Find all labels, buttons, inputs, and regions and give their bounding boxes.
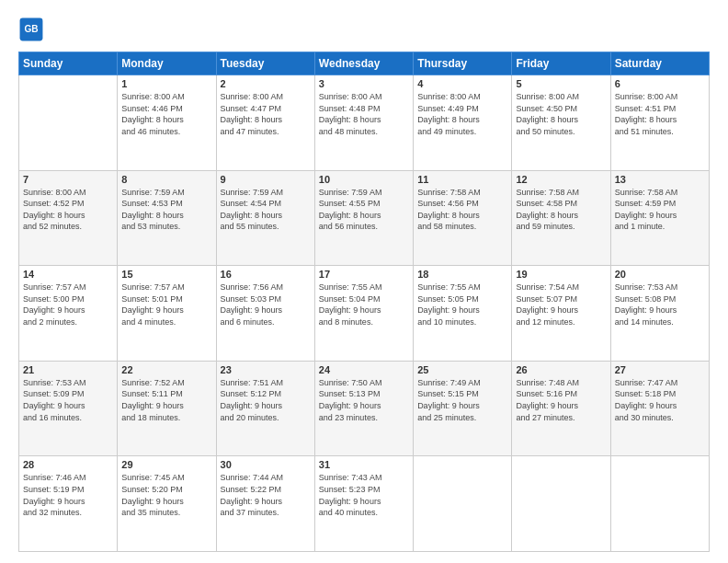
day-number: 27 — [615, 364, 705, 375]
day-number: 21 — [23, 364, 113, 375]
day-number: 25 — [417, 364, 507, 375]
day-info: Sunrise: 7:44 AM Sunset: 5:22 PM Dayligh… — [221, 472, 311, 518]
day-number: 12 — [516, 174, 606, 185]
day-number: 22 — [121, 364, 211, 375]
day-number: 30 — [221, 459, 311, 470]
day-info: Sunrise: 8:00 AM Sunset: 4:46 PM Dayligh… — [121, 91, 211, 137]
day-number: 24 — [319, 364, 409, 375]
day-info: Sunrise: 7:50 AM Sunset: 5:13 PM Dayligh… — [319, 377, 409, 423]
day-number: 13 — [615, 174, 705, 185]
calendar-cell — [19, 75, 118, 171]
calendar-header-tuesday: Tuesday — [216, 52, 314, 75]
calendar-cell: 18Sunrise: 7:55 AM Sunset: 5:05 PM Dayli… — [414, 266, 512, 362]
calendar-week-2: 7Sunrise: 8:00 AM Sunset: 4:52 PM Daylig… — [19, 170, 710, 266]
day-info: Sunrise: 7:49 AM Sunset: 5:15 PM Dayligh… — [417, 377, 507, 423]
day-number: 1 — [121, 78, 211, 89]
calendar-cell: 23Sunrise: 7:51 AM Sunset: 5:12 PM Dayli… — [216, 361, 314, 456]
calendar-cell: 16Sunrise: 7:56 AM Sunset: 5:03 PM Dayli… — [216, 266, 314, 362]
calendar-cell: 29Sunrise: 7:45 AM Sunset: 5:20 PM Dayli… — [118, 456, 216, 552]
day-number: 11 — [417, 174, 507, 185]
calendar-cell: 28Sunrise: 7:46 AM Sunset: 5:19 PM Dayli… — [19, 456, 118, 552]
calendar-week-1: 1Sunrise: 8:00 AM Sunset: 4:46 PM Daylig… — [19, 75, 710, 171]
calendar-cell — [610, 456, 709, 552]
calendar-header-monday: Monday — [118, 52, 216, 75]
calendar-header-friday: Friday — [512, 52, 610, 75]
day-number: 17 — [319, 269, 409, 280]
day-info: Sunrise: 7:59 AM Sunset: 4:53 PM Dayligh… — [121, 187, 211, 233]
day-info: Sunrise: 7:53 AM Sunset: 5:09 PM Dayligh… — [23, 377, 113, 423]
calendar-cell: 31Sunrise: 7:43 AM Sunset: 5:23 PM Dayli… — [314, 456, 413, 552]
calendar-cell — [414, 456, 512, 552]
day-info: Sunrise: 7:47 AM Sunset: 5:18 PM Dayligh… — [615, 377, 705, 423]
calendar-cell: 15Sunrise: 7:57 AM Sunset: 5:01 PM Dayli… — [118, 266, 216, 362]
day-number: 16 — [221, 269, 311, 280]
calendar-cell: 6Sunrise: 8:00 AM Sunset: 4:51 PM Daylig… — [610, 75, 709, 171]
calendar-cell: 20Sunrise: 7:53 AM Sunset: 5:08 PM Dayli… — [610, 266, 709, 362]
day-number: 2 — [221, 78, 311, 89]
day-number: 20 — [615, 269, 705, 280]
calendar-week-4: 21Sunrise: 7:53 AM Sunset: 5:09 PM Dayli… — [19, 361, 710, 456]
day-info: Sunrise: 7:58 AM Sunset: 4:59 PM Dayligh… — [615, 187, 705, 233]
day-number: 9 — [221, 174, 311, 185]
day-number: 29 — [121, 459, 211, 470]
logo-icon: GB — [18, 17, 44, 42]
calendar-cell: 26Sunrise: 7:48 AM Sunset: 5:16 PM Dayli… — [512, 361, 610, 456]
calendar-cell: 7Sunrise: 8:00 AM Sunset: 4:52 PM Daylig… — [19, 170, 118, 266]
calendar-header-saturday: Saturday — [610, 52, 709, 75]
day-info: Sunrise: 7:59 AM Sunset: 4:55 PM Dayligh… — [319, 187, 409, 233]
day-info: Sunrise: 7:55 AM Sunset: 5:05 PM Dayligh… — [417, 282, 507, 327]
logo: GB — [18, 17, 46, 42]
day-info: Sunrise: 7:52 AM Sunset: 5:11 PM Dayligh… — [121, 377, 211, 423]
day-info: Sunrise: 8:00 AM Sunset: 4:50 PM Dayligh… — [516, 91, 606, 137]
calendar-cell: 10Sunrise: 7:59 AM Sunset: 4:55 PM Dayli… — [314, 170, 413, 266]
calendar-cell: 24Sunrise: 7:50 AM Sunset: 5:13 PM Dayli… — [314, 361, 413, 456]
calendar-week-3: 14Sunrise: 7:57 AM Sunset: 5:00 PM Dayli… — [19, 266, 710, 362]
day-info: Sunrise: 8:00 AM Sunset: 4:49 PM Dayligh… — [417, 91, 507, 137]
day-info: Sunrise: 7:51 AM Sunset: 5:12 PM Dayligh… — [221, 377, 311, 423]
calendar-cell — [512, 456, 610, 552]
calendar-table: SundayMondayTuesdayWednesdayThursdayFrid… — [18, 52, 710, 552]
calendar-cell: 21Sunrise: 7:53 AM Sunset: 5:09 PM Dayli… — [19, 361, 118, 456]
calendar-cell: 13Sunrise: 7:58 AM Sunset: 4:59 PM Dayli… — [610, 170, 709, 266]
day-number: 3 — [319, 78, 409, 89]
day-info: Sunrise: 7:43 AM Sunset: 5:23 PM Dayligh… — [319, 472, 409, 518]
day-number: 18 — [417, 269, 507, 280]
day-number: 8 — [121, 174, 211, 185]
day-info: Sunrise: 7:57 AM Sunset: 5:01 PM Dayligh… — [121, 282, 211, 327]
calendar-cell: 19Sunrise: 7:54 AM Sunset: 5:07 PM Dayli… — [512, 266, 610, 362]
day-info: Sunrise: 7:45 AM Sunset: 5:20 PM Dayligh… — [121, 472, 211, 518]
calendar-cell: 22Sunrise: 7:52 AM Sunset: 5:11 PM Dayli… — [118, 361, 216, 456]
calendar-cell: 17Sunrise: 7:55 AM Sunset: 5:04 PM Dayli… — [314, 266, 413, 362]
day-info: Sunrise: 7:56 AM Sunset: 5:03 PM Dayligh… — [221, 282, 311, 327]
day-info: Sunrise: 7:48 AM Sunset: 5:16 PM Dayligh… — [516, 377, 606, 423]
day-info: Sunrise: 7:54 AM Sunset: 5:07 PM Dayligh… — [516, 282, 606, 327]
day-number: 19 — [516, 269, 606, 280]
calendar-cell: 2Sunrise: 8:00 AM Sunset: 4:47 PM Daylig… — [216, 75, 314, 171]
page: GB SundayMondayTuesdayWednesdayThursdayF… — [0, 0, 728, 563]
day-number: 23 — [221, 364, 311, 375]
day-number: 4 — [417, 78, 507, 89]
calendar-cell: 5Sunrise: 8:00 AM Sunset: 4:50 PM Daylig… — [512, 75, 610, 171]
calendar-cell: 4Sunrise: 8:00 AM Sunset: 4:49 PM Daylig… — [414, 75, 512, 171]
day-info: Sunrise: 7:58 AM Sunset: 4:58 PM Dayligh… — [516, 187, 606, 233]
calendar-cell: 27Sunrise: 7:47 AM Sunset: 5:18 PM Dayli… — [610, 361, 709, 456]
calendar-cell: 12Sunrise: 7:58 AM Sunset: 4:58 PM Dayli… — [512, 170, 610, 266]
calendar-cell: 9Sunrise: 7:59 AM Sunset: 4:54 PM Daylig… — [216, 170, 314, 266]
calendar-cell: 25Sunrise: 7:49 AM Sunset: 5:15 PM Dayli… — [414, 361, 512, 456]
day-info: Sunrise: 7:58 AM Sunset: 4:56 PM Dayligh… — [417, 187, 507, 233]
day-number: 14 — [23, 269, 113, 280]
calendar-header-thursday: Thursday — [414, 52, 512, 75]
calendar-cell: 8Sunrise: 7:59 AM Sunset: 4:53 PM Daylig… — [118, 170, 216, 266]
day-info: Sunrise: 7:53 AM Sunset: 5:08 PM Dayligh… — [615, 282, 705, 327]
calendar-cell: 11Sunrise: 7:58 AM Sunset: 4:56 PM Dayli… — [414, 170, 512, 266]
day-info: Sunrise: 7:46 AM Sunset: 5:19 PM Dayligh… — [23, 472, 113, 518]
day-info: Sunrise: 8:00 AM Sunset: 4:47 PM Dayligh… — [221, 91, 311, 137]
calendar-cell: 1Sunrise: 8:00 AM Sunset: 4:46 PM Daylig… — [118, 75, 216, 171]
calendar-header-wednesday: Wednesday — [314, 52, 413, 75]
calendar-week-5: 28Sunrise: 7:46 AM Sunset: 5:19 PM Dayli… — [19, 456, 710, 552]
day-number: 15 — [121, 269, 211, 280]
day-number: 10 — [319, 174, 409, 185]
calendar-cell: 3Sunrise: 8:00 AM Sunset: 4:48 PM Daylig… — [314, 75, 413, 171]
day-number: 31 — [319, 459, 409, 470]
day-number: 7 — [23, 174, 113, 185]
